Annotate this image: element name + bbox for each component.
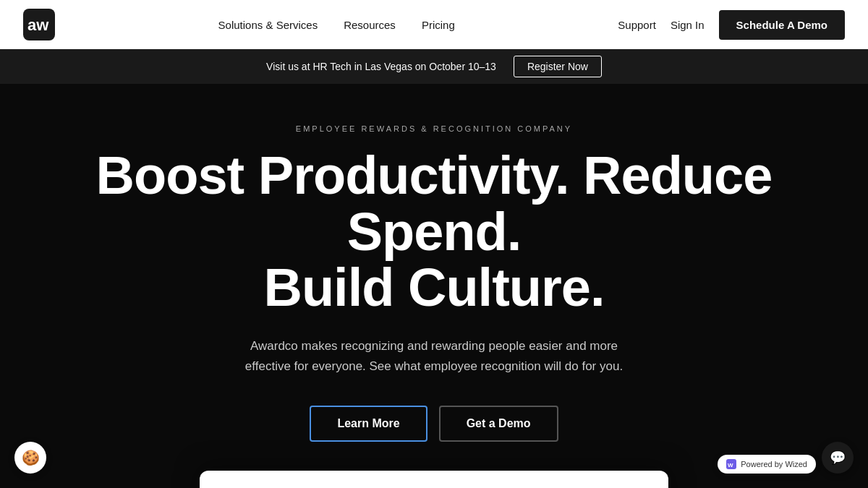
chat-icon: 💬 bbox=[830, 450, 846, 466]
hero-heading: Boost Productivity. Reduce Spend. Build … bbox=[23, 147, 845, 316]
chat-button[interactable]: 💬 bbox=[822, 442, 854, 474]
announcement-text: Visit us at HR Tech in Las Vegas on Octo… bbox=[266, 61, 496, 72]
nav-pricing[interactable]: Pricing bbox=[422, 19, 455, 31]
learn-more-button[interactable]: Learn More bbox=[310, 406, 427, 442]
nav-support[interactable]: Support bbox=[618, 19, 656, 31]
get-demo-button[interactable]: Get a Demo bbox=[439, 406, 558, 442]
dashboard-inner bbox=[200, 471, 668, 488]
nav-sign-in[interactable]: Sign In bbox=[671, 19, 705, 31]
nav-links: Solutions & Services Resources Pricing bbox=[218, 19, 455, 31]
wized-icon: W bbox=[726, 459, 736, 469]
powered-by-text: Powered by Wized bbox=[741, 460, 807, 468]
announcement-bar: Visit us at HR Tech in Las Vegas on Octo… bbox=[0, 49, 868, 84]
svg-text:W: W bbox=[728, 462, 733, 468]
schedule-demo-button[interactable]: Schedule A Demo bbox=[719, 10, 845, 40]
nav-resources[interactable]: Resources bbox=[344, 19, 396, 31]
navbar: aw Solutions & Services Resources Pricin… bbox=[0, 0, 868, 49]
register-now-button[interactable]: Register Now bbox=[514, 56, 602, 77]
hero-subtext: Awardco makes recognizing and rewarding … bbox=[231, 336, 637, 377]
hero-cta-group: Learn More Get a Demo bbox=[23, 406, 845, 442]
hero-heading-line2: Build Culture. bbox=[263, 257, 604, 317]
logo[interactable]: aw bbox=[23, 9, 55, 40]
svg-text:aw: aw bbox=[27, 16, 49, 34]
cookie-icon: 🍪 bbox=[22, 449, 40, 466]
hero-section: Employee Rewards & Recognition Company B… bbox=[0, 84, 868, 488]
hero-eyebrow: Employee Rewards & Recognition Company bbox=[23, 124, 845, 133]
powered-by-badge: W Powered by Wized bbox=[718, 455, 816, 474]
hero-heading-line1: Boost Productivity. Reduce Spend. bbox=[96, 145, 773, 262]
nav-right: Support Sign In Schedule A Demo bbox=[618, 10, 845, 40]
dashboard-preview bbox=[200, 471, 668, 488]
cookie-preferences-button[interactable]: 🍪 bbox=[14, 442, 46, 474]
nav-solutions-services[interactable]: Solutions & Services bbox=[218, 19, 318, 31]
